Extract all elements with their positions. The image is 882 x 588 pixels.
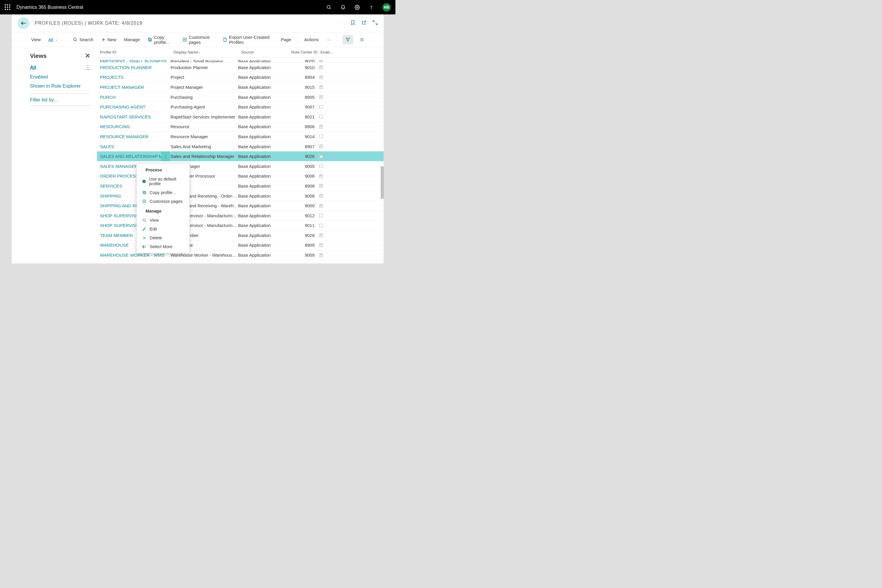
enabled-cell[interactable]	[318, 115, 333, 118]
table-row[interactable]: PROJECT MANAGERProject ManagerBase Appli…	[97, 82, 384, 92]
enabled-cell[interactable]	[318, 154, 333, 158]
profile-id-cell[interactable]: WAREHOUSE WORKER - WMS	[97, 252, 171, 258]
list-view-icon[interactable]	[358, 36, 366, 43]
enabled-cell[interactable]	[318, 233, 333, 237]
context-menu-item[interactable]: Use as default profile	[137, 175, 189, 188]
checkbox-icon[interactable]	[319, 214, 323, 217]
table-row[interactable]: PURCHASING AGENTPurchasing AgentBase App…	[97, 102, 384, 112]
new-button[interactable]: New	[100, 36, 118, 43]
table-row[interactable]: RESOURCE MANAGERResource ManagerBase App…	[97, 132, 384, 142]
enabled-cell[interactable]	[318, 243, 333, 247]
export-button[interactable]: Export User-Created Profiles	[221, 33, 274, 46]
checkbox-icon[interactable]	[319, 233, 323, 237]
customize-button[interactable]: Customize pages	[181, 33, 216, 46]
header-profile-id[interactable]: Profile ID	[100, 50, 174, 54]
profile-id-cell[interactable]: SALES	[97, 144, 171, 149]
checkbox-icon[interactable]	[319, 60, 323, 63]
back-button[interactable]	[18, 17, 29, 29]
checkbox-icon[interactable]	[319, 224, 323, 227]
profile-id-cell[interactable]: SALES AND RELATIONSHIP MAN…	[97, 154, 171, 159]
checkbox-icon[interactable]	[319, 204, 323, 208]
view-item-more-icon[interactable]: ⋮	[85, 64, 90, 70]
enabled-cell[interactable]	[318, 184, 333, 188]
checkbox-icon[interactable]	[319, 66, 323, 69]
enabled-cell[interactable]	[318, 125, 333, 129]
enabled-cell[interactable]	[318, 75, 333, 79]
checkbox-icon[interactable]	[319, 95, 323, 99]
profile-id-cell[interactable]: RESOURCING	[97, 124, 171, 129]
all-dropdown[interactable]: All⌄	[47, 36, 59, 43]
profile-id-cell[interactable]: RAPIDSTART SERVICES	[97, 114, 171, 119]
enabled-cell[interactable]	[318, 174, 333, 178]
actions-button[interactable]: Actions	[303, 36, 320, 43]
profile-id-cell[interactable]: PRODUCTION PLANNER	[97, 65, 171, 70]
profile-id-cell[interactable]: PROJECT MANAGER	[97, 85, 171, 90]
enabled-cell[interactable]	[318, 254, 333, 257]
table-row[interactable]: SALES AND RELATIONSHIP MAN…⋮Sales and Re…	[97, 152, 384, 161]
context-menu-item[interactable]: View	[137, 216, 189, 225]
enabled-cell[interactable]	[318, 85, 333, 89]
context-menu-item[interactable]: Edit	[137, 225, 189, 233]
row-more-icon[interactable]: ⋮	[161, 152, 170, 161]
table-row[interactable]: PURCHPurchasingBase Application8905	[97, 92, 384, 102]
checkbox-icon[interactable]	[319, 145, 323, 148]
profile-id-cell[interactable]: PURCHASING AGENT	[97, 104, 171, 110]
checkbox-icon[interactable]	[319, 135, 323, 138]
checkbox-icon[interactable]	[319, 174, 323, 178]
close-icon[interactable]: ✕	[85, 52, 90, 60]
header-source[interactable]: Source	[241, 50, 291, 54]
app-launcher-icon[interactable]	[5, 4, 10, 10]
header-display-name[interactable]: Display Name↑	[174, 50, 241, 54]
checkbox-icon[interactable]	[319, 105, 323, 109]
search-icon[interactable]	[326, 4, 332, 10]
enabled-cell[interactable]	[318, 105, 333, 109]
settings-icon[interactable]	[354, 4, 360, 10]
enabled-cell[interactable]	[318, 204, 333, 208]
checkbox-icon[interactable]	[319, 85, 323, 89]
checkbox-icon[interactable]	[319, 125, 323, 129]
context-menu-item[interactable]: Delete	[137, 233, 189, 242]
profile-id-cell[interactable]: PROJECTS	[97, 75, 171, 80]
popout-icon[interactable]	[362, 20, 367, 27]
profile-id-cell[interactable]: PRESIDENT - SMALL BUSINESS	[97, 59, 171, 63]
notifications-icon[interactable]	[340, 4, 346, 10]
view-button[interactable]: View	[30, 36, 42, 43]
search-button[interactable]: Search	[72, 36, 94, 43]
view-item[interactable]: Shown in Role Explorer	[30, 81, 90, 90]
checkbox-icon[interactable]	[319, 154, 323, 158]
table-row[interactable]: RESOURCINGResourceBase Application8906	[97, 122, 384, 132]
enabled-cell[interactable]	[318, 95, 333, 99]
enabled-cell[interactable]	[318, 214, 333, 217]
checkbox-icon[interactable]	[319, 75, 323, 79]
context-menu-item[interactable]: Copy profile...	[137, 188, 189, 197]
header-role-center[interactable]: Role Center ID	[291, 50, 321, 54]
table-row[interactable]: PRESIDENT - SMALL BUSINESSPresident - Sm…	[97, 58, 384, 63]
bookmark-icon[interactable]	[350, 20, 356, 27]
checkbox-icon[interactable]	[319, 184, 323, 188]
checkbox-icon[interactable]	[319, 243, 323, 247]
manage-button[interactable]: Manage	[123, 36, 141, 43]
enabled-cell[interactable]	[318, 66, 333, 69]
enabled-cell[interactable]	[318, 194, 333, 198]
filter-list-by[interactable]: Filter list by...	[30, 98, 90, 103]
help-icon[interactable]	[368, 4, 374, 10]
enabled-cell[interactable]	[318, 145, 333, 148]
copy-profile-button[interactable]: Copy profile...	[146, 33, 176, 46]
enabled-cell[interactable]	[318, 60, 333, 63]
checkbox-icon[interactable]	[319, 194, 323, 198]
filter-icon[interactable]	[342, 35, 353, 44]
table-row[interactable]: PROJECTSProjectBase Application8904	[97, 73, 384, 82]
enabled-cell[interactable]	[318, 164, 333, 168]
scrollbar[interactable]	[381, 166, 384, 199]
profile-id-cell[interactable]: RESOURCE MANAGER	[97, 134, 171, 139]
table-row[interactable]: RAPIDSTART SERVICESRapidStart Services I…	[97, 112, 384, 122]
enabled-cell[interactable]	[318, 224, 333, 227]
table-row[interactable]: SALESSales And MarketingBase Application…	[97, 142, 384, 152]
more-actions-icon[interactable]: ⋯	[325, 36, 332, 44]
checkbox-icon[interactable]	[319, 254, 323, 257]
view-item[interactable]: All⋮	[30, 62, 90, 72]
enabled-cell[interactable]	[318, 135, 333, 138]
checkbox-icon[interactable]	[319, 164, 323, 168]
header-enabled[interactable]: Enab...	[321, 50, 336, 54]
table-row[interactable]: PRODUCTION PLANNERProduction PlannerBase…	[97, 63, 384, 73]
